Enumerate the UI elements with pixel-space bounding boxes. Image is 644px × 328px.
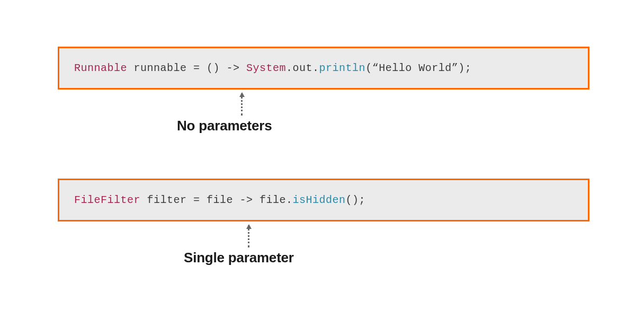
code-line-2: FileFilter filter = file -> file.isHidde… <box>74 194 365 206</box>
token-end: (); <box>346 194 366 206</box>
token-arrow: -> <box>220 62 246 74</box>
token-type-runnable: Runnable <box>74 62 127 74</box>
token-type-filefilter: FileFilter <box>74 194 140 206</box>
token-method-println: println <box>319 62 366 74</box>
token-open-paren: ( <box>365 62 372 74</box>
token-var: runnable = <box>127 62 207 74</box>
token-mid: filter = file -> file. <box>140 194 293 206</box>
token-system: System <box>246 62 286 74</box>
code-box-single-parameter: FileFilter filter = file -> file.isHidde… <box>58 179 589 221</box>
code-line-1: Runnable runnable = () -> System.out.pri… <box>74 62 471 74</box>
token-close: ); <box>458 62 471 74</box>
annotation-single-parameter: Single parameter <box>184 250 294 266</box>
code-box-no-parameters: Runnable runnable = () -> System.out.pri… <box>58 47 589 90</box>
token-params: () <box>207 62 220 74</box>
annotation-no-parameters: No parameters <box>177 118 272 134</box>
arrow-no-parameters <box>241 93 243 116</box>
arrow-single-parameter <box>248 225 249 247</box>
token-dot-out: .out. <box>286 62 319 74</box>
token-method-ishidden: isHidden <box>293 194 346 206</box>
token-string: “Hello World” <box>372 62 459 74</box>
